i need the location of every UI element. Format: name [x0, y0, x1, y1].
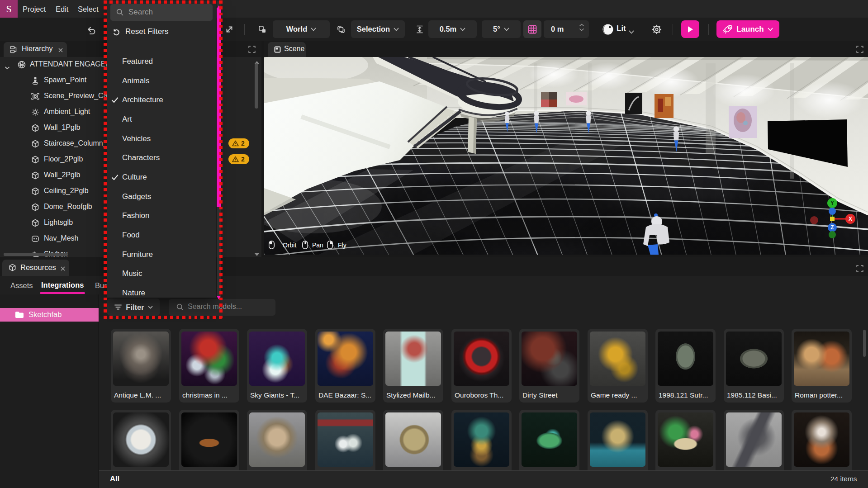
svg-text:Orbit: Orbit: [283, 242, 296, 249]
svg-text:Z: Z: [830, 224, 834, 231]
svg-text:Fly: Fly: [338, 242, 346, 249]
svg-text:Y: Y: [830, 200, 834, 206]
svg-text:Pan: Pan: [312, 242, 323, 249]
svg-text:X: X: [849, 216, 852, 222]
